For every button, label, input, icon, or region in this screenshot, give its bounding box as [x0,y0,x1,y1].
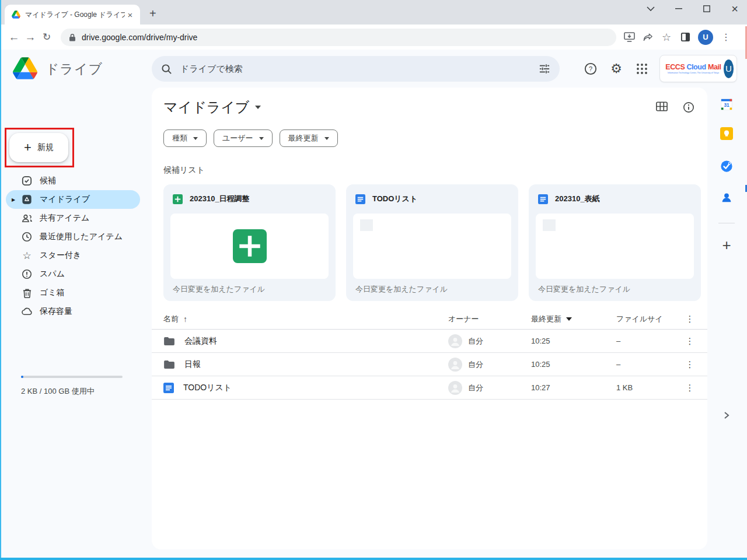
sidebar-item-suggested[interactable]: 候補 [6,172,140,190]
browser-tab[interactable]: マイドライブ - Google ドライブ × [5,5,140,24]
owner-avatar-icon [448,381,462,395]
trash-icon [21,288,33,298]
svg-text:31: 31 [724,103,729,108]
browser-menu-kebab-icon[interactable]: ⋮ [718,29,734,46]
search-icon [161,64,172,75]
suggested-file-card[interactable]: TODOリスト 今日変更を加えたファイル [346,184,518,301]
row-menu-kebab-icon[interactable]: ⋮ [679,383,700,393]
window-close-button[interactable]: × [728,2,741,15]
table-row[interactable]: 日報 自分 10:25 – ⋮ [152,353,707,376]
side-panel-icon[interactable] [677,29,693,46]
show-side-panel-chevron-icon[interactable] [724,411,729,419]
help-icon[interactable]: ? [579,57,602,80]
plus-icon: + [24,142,32,153]
column-settings-kebab-icon[interactable]: ⋮ [679,314,700,324]
column-header-size[interactable]: ファイルサイ [616,314,679,324]
sidebar-item-storage[interactable]: 保存容量 [6,302,140,321]
keep-icon[interactable] [720,127,733,140]
sheets-file-icon [173,194,183,204]
docs-file-icon [163,383,174,393]
url-text: drive.google.com/drive/my-drive [82,33,197,42]
tab-close-icon[interactable]: × [125,9,135,20]
get-addons-plus-icon[interactable]: + [722,236,731,254]
new-tab-button[interactable]: + [149,8,156,19]
row-menu-kebab-icon[interactable]: ⋮ [679,336,700,346]
file-thumbnail [536,214,694,279]
filter-chip-modified[interactable]: 最終更新 [280,130,338,147]
tasks-icon[interactable] [720,160,733,173]
settings-gear-icon[interactable]: ⚙ [605,57,628,80]
account-badge[interactable]: ECCS Cloud Mail Information Technology C… [659,55,737,82]
google-apps-grid-icon[interactable] [630,57,654,80]
thumbnail-content-stub [543,219,556,231]
sheets-logo-large [233,229,267,263]
spam-alert-icon [21,269,33,279]
storage-usage-text: 2 KB / 100 GB 使用中 [21,386,95,397]
column-header-name[interactable]: 名前↑ [163,314,448,324]
file-thumbnail [170,214,329,279]
drive-logo [13,57,37,79]
expand-arrow-icon[interactable]: ▶ [12,197,15,202]
account-avatar[interactable]: U [724,60,734,78]
folder-icon [163,360,175,369]
info-icon[interactable] [683,102,694,113]
column-header-owner[interactable]: オーナー [448,314,531,324]
window-minimize-button[interactable] [672,2,685,15]
table-row[interactable]: TODOリスト 自分 10:27 1 KB ⋮ [152,376,707,400]
chevron-down-icon [324,137,329,140]
share-icon[interactable] [640,29,656,46]
drive-sidebar: + 新規 候補 ▶ マイドライブ 共有アイテム [0,88,146,558]
bookmark-star-icon[interactable]: ☆ [658,29,675,46]
docs-file-icon [538,194,548,204]
grid-view-icon[interactable] [656,102,668,113]
owner-avatar-icon [448,334,462,348]
filter-chip-people[interactable]: ユーザー [214,130,273,147]
sidebar-item-recent[interactable]: 最近使用したアイテム [6,228,140,246]
sidebar-item-shared[interactable]: 共有アイテム [6,209,140,228]
rail-divider [718,223,735,223]
search-options-tune-icon[interactable] [539,64,550,74]
sidebar-item-starred[interactable]: ☆ スター付き [6,246,140,265]
browser-avatar[interactable]: U [698,30,713,45]
workspace-side-rail: 31 + [707,88,746,558]
filter-chip-type[interactable]: 種類 [163,130,207,147]
account-logo-text: ECCS Cloud Mail [665,63,722,71]
lock-icon [69,33,76,41]
suggested-file-card[interactable]: 202310_表紙 今日変更を加えたファイル [529,184,701,301]
window-maximize-button[interactable] [700,2,713,15]
calendar-icon[interactable]: 31 [720,98,733,111]
contacts-icon[interactable] [720,191,733,204]
suggested-file-card[interactable]: 202310_日程調整 今日変更を加えたファイル [163,184,336,301]
drive-app: ドライブ ドライブで検索 ? ⚙ EC [0,50,747,558]
chevron-down-icon [193,137,198,140]
chevron-down-icon [259,137,264,140]
search-placeholder: ドライブで検索 [180,64,539,75]
back-icon[interactable]: ← [6,29,22,46]
star-icon: ☆ [21,250,33,262]
url-bar[interactable]: drive.google.com/drive/my-drive [61,29,616,46]
table-row[interactable]: 会議資料 自分 10:25 – ⋮ [152,330,707,353]
my-drive-icon [21,194,33,205]
file-list-table: 名前↑ オーナー 最終更新 ファイルサイ ⋮ 会議資料 [152,309,707,400]
card-caption: 今日変更を加えたファイル [529,279,701,300]
sidebar-item-trash[interactable]: ゴミ箱 [6,284,140,302]
install-icon[interactable] [621,29,637,46]
row-menu-kebab-icon[interactable]: ⋮ [679,359,700,370]
file-thumbnail [353,214,511,279]
column-header-modified[interactable]: 最終更新 [531,314,616,324]
table-header-row: 名前↑ オーナー 最終更新 ファイルサイ ⋮ [152,309,707,330]
reload-icon[interactable]: ↻ [39,29,55,46]
sidebar-item-my-drive[interactable]: ▶ マイドライブ [6,190,140,209]
clock-icon [21,232,33,242]
browser-tab-strip: マイドライブ - Google ドライブ × + × [0,0,747,24]
folder-icon [163,337,175,346]
forward-icon[interactable]: → [22,29,39,46]
title-dropdown-caret-icon[interactable] [255,106,261,109]
svg-text:?: ? [589,65,592,72]
tab-search-chevron-icon[interactable] [644,2,657,15]
account-logo-subtitle: Information Technology Center, The Unive… [668,71,719,74]
owner-avatar-icon [448,358,462,372]
new-button[interactable]: + 新規 [9,133,68,162]
drive-search-bar[interactable]: ドライブで検索 [152,56,560,82]
sidebar-item-spam[interactable]: スパム [6,265,140,284]
